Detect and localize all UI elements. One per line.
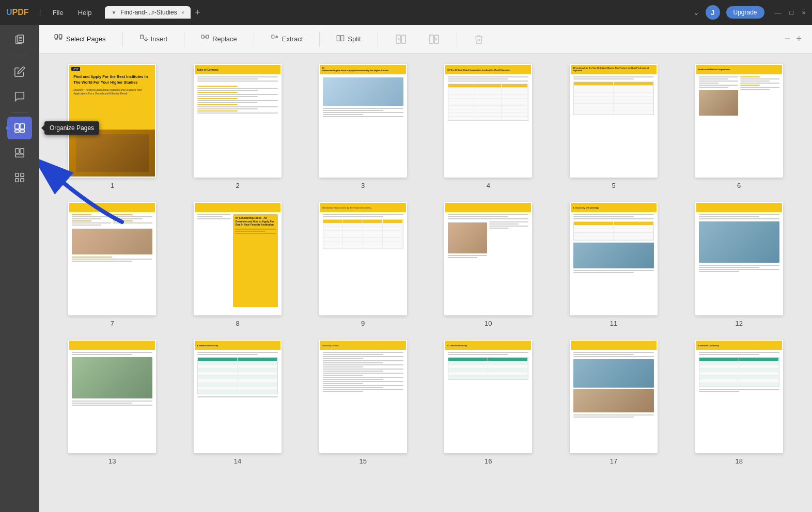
extract-label: Extract xyxy=(282,35,303,43)
page-header-bar: 02 The 10 Best Global Universities Leadi… xyxy=(445,65,531,74)
page-thumbnail[interactable]: 8. Harvard University xyxy=(695,340,783,453)
page-header-bar: Table of Contents xyxy=(195,65,280,74)
sidebar-item-security[interactable] xyxy=(7,166,32,189)
page-thumbnail[interactable]: 02 The 10 Best Global Universities Leadi… xyxy=(444,64,532,178)
select-pages-button[interactable]: Select Pages xyxy=(50,31,110,47)
pages-grid-container[interactable]: UPDF Find and Apply For the Best Institu… xyxy=(39,54,812,512)
page-thumbnail[interactable] xyxy=(68,340,156,453)
page-thumbnail[interactable] xyxy=(68,202,156,315)
page-number: 17 xyxy=(610,457,617,465)
upgrade-button[interactable]: Upgrade xyxy=(726,6,764,19)
user-avatar[interactable]: J xyxy=(706,5,720,20)
help-menu[interactable]: Help xyxy=(73,7,97,19)
cover-image xyxy=(69,130,155,177)
page-item[interactable]: 8. Harvard University xyxy=(681,340,797,465)
delete-button[interactable] xyxy=(470,32,488,46)
sidebar-item-pages[interactable] xyxy=(7,29,32,52)
page-thumbnail[interactable] xyxy=(570,340,658,453)
page-thumbnail[interactable]: UPDF Find and Apply For the Best Institu… xyxy=(68,64,156,178)
page-item[interactable]: 17 xyxy=(556,340,672,465)
page-item[interactable]: Table of Contents xyxy=(180,64,295,189)
zoom-in-button[interactable]: + xyxy=(796,34,802,44)
page-item[interactable]: UPDF Find and Apply For the Best Institu… xyxy=(55,64,170,189)
page-thumbnail[interactable]: University content... xyxy=(319,340,407,453)
svg-rect-12 xyxy=(15,173,19,177)
main-content: Select Pages Insert xyxy=(39,25,812,512)
page-table xyxy=(448,357,528,380)
extract-button[interactable]: Extract xyxy=(267,32,307,46)
page-image-2 xyxy=(573,389,654,412)
page-thumbnail[interactable]: 03 Looking Into the Top 10 Subject Major… xyxy=(570,64,658,178)
page-body xyxy=(445,74,531,123)
replace-button[interactable]: Replace xyxy=(197,32,241,46)
upgrade-label: Upgrade xyxy=(733,9,757,16)
sidebar-item-extract[interactable] xyxy=(7,141,32,164)
close-button[interactable]: × xyxy=(802,9,806,17)
sidebar-item-edit[interactable] xyxy=(7,60,32,83)
split-label: Split xyxy=(348,35,361,43)
page-thumbnail[interactable]: 01Understanding the Need to Apply Intern… xyxy=(319,64,407,178)
page-item[interactable]: 01Understanding the Need to Apply Intern… xyxy=(305,64,420,189)
maximize-button[interactable]: □ xyxy=(790,9,794,17)
page-body xyxy=(69,212,155,264)
page-image xyxy=(573,359,654,388)
page-header-bar: Health and Medical Programmes xyxy=(696,65,782,74)
sidebar-item-annotate[interactable] xyxy=(7,85,32,108)
svg-rect-28 xyxy=(429,35,433,43)
page-item[interactable]: 6. Oxford University xyxy=(431,340,546,465)
page-number: 13 xyxy=(108,457,116,465)
page-thumbnail[interactable]: Table of Contents xyxy=(194,64,282,178)
page-item[interactable]: Scholarship Requirements by Top Global U… xyxy=(305,202,420,327)
page-table xyxy=(699,357,779,387)
page-item[interactable]: Health and Medical Programmes xyxy=(681,64,797,189)
page-thumbnail[interactable] xyxy=(444,202,532,315)
page-body: 04 Scholarship Rules - An Overview and H… xyxy=(195,212,280,309)
page-thumbnail[interactable] xyxy=(695,202,783,315)
sidebar-item-organize[interactable]: Organize Pages xyxy=(7,117,32,139)
toolbar-extra-2[interactable] xyxy=(424,31,444,47)
page-number: 12 xyxy=(735,319,742,327)
tab-label: Find-and-...r-Studies xyxy=(120,9,177,16)
svg-rect-23 xyxy=(337,35,340,41)
page-thumbnail[interactable]: 6. Oxford University xyxy=(444,340,532,453)
tab-area: ▼ Find-and-...r-Studies × + xyxy=(105,6,689,19)
page-item[interactable]: 10 xyxy=(431,202,546,327)
new-tab-button[interactable]: + xyxy=(195,7,200,18)
page-item[interactable]: University content... xyxy=(305,340,420,465)
page-thumbnail[interactable]: Scholarship Requirements by Top Global U… xyxy=(319,202,407,315)
svg-rect-16 xyxy=(55,35,57,38)
page-item[interactable]: 03 Looking Into the Top 10 Subject Major… xyxy=(556,64,672,189)
page-header-bar: 3. University of Cambridge xyxy=(571,203,657,212)
page-number: 8 xyxy=(236,319,239,327)
svg-rect-18 xyxy=(140,35,143,39)
page-thumbnail[interactable]: Health and Medical Programmes xyxy=(695,64,783,178)
tab-list-button[interactable]: ⌄ xyxy=(693,8,699,17)
active-tab[interactable]: ▼ Find-and-...r-Studies × xyxy=(105,6,191,19)
minimize-button[interactable]: — xyxy=(775,9,782,17)
page-item[interactable]: 02 The 10 Best Global Universities Leadi… xyxy=(431,64,546,189)
page-body xyxy=(195,350,280,399)
page-table xyxy=(448,84,528,121)
tab-dropdown-icon[interactable]: ▼ xyxy=(111,10,116,15)
page-item[interactable]: 3. University of Cambridge xyxy=(556,202,672,327)
page-number: 2 xyxy=(236,182,239,189)
svg-rect-17 xyxy=(59,35,62,38)
cover-subtitle: Discover The Best Educational Institutes… xyxy=(73,88,151,95)
zoom-out-button[interactable]: − xyxy=(785,34,790,44)
file-menu[interactable]: File xyxy=(48,7,69,19)
tab-close-button[interactable]: × xyxy=(181,9,184,15)
page-thumbnail[interactable]: 4. Stanford University xyxy=(194,340,282,453)
toolbar-div-1 xyxy=(122,32,123,46)
page-item[interactable]: 13 xyxy=(55,340,170,465)
page-header-bar: 8. Harvard University xyxy=(696,341,782,350)
split-button[interactable]: Split xyxy=(332,32,365,46)
page-item[interactable]: 04 Scholarship Rules - An Overview and H… xyxy=(180,202,295,327)
insert-button[interactable]: Insert xyxy=(135,32,172,46)
page-thumbnail[interactable]: 04 Scholarship Rules - An Overview and H… xyxy=(194,202,282,315)
toolbar-extra-1[interactable] xyxy=(391,31,411,47)
page-item[interactable]: 7 xyxy=(55,202,170,327)
page-thumbnail[interactable]: 3. University of Cambridge xyxy=(570,202,658,315)
page-item[interactable]: 12 xyxy=(681,202,797,327)
page-item[interactable]: 4. Stanford University xyxy=(180,340,295,465)
page-header-bar: 01Understanding the Need to Apply Intern… xyxy=(320,65,406,74)
